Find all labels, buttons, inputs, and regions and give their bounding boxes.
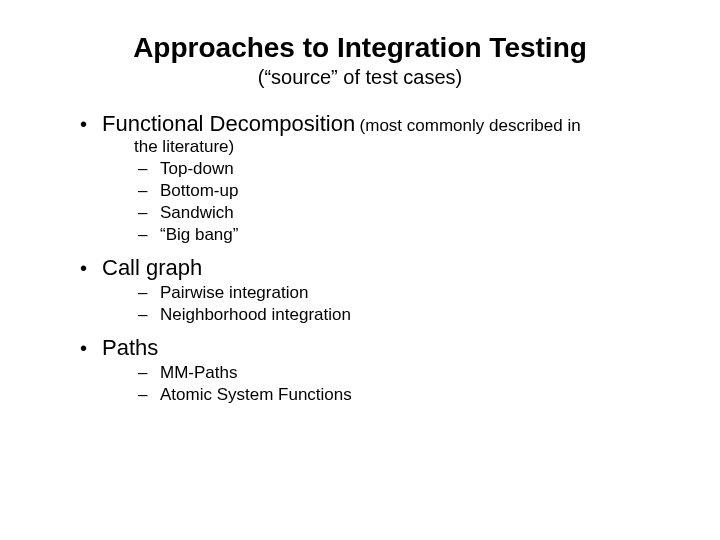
- sub-list: –Top-down –Bottom-up –Sandwich –“Big ban…: [80, 159, 672, 245]
- list-item: • Paths –MM-Paths –Atomic System Functio…: [80, 335, 672, 405]
- sub-item-label: Neighborhood integration: [160, 305, 351, 325]
- list-item-row: • Call graph: [80, 255, 672, 281]
- sub-list-item: –Pairwise integration: [138, 283, 672, 303]
- sub-list: –Pairwise integration –Neighborhood inte…: [80, 283, 672, 325]
- list-item-row: • Functional Decomposition (most commonl…: [80, 111, 672, 137]
- item-note: (most commonly described in: [360, 116, 581, 135]
- bullet-icon: •: [80, 258, 102, 278]
- dash-icon: –: [138, 225, 160, 245]
- bullet-icon: •: [80, 114, 102, 134]
- sub-item-label: Atomic System Functions: [160, 385, 352, 405]
- slide-title: Approaches to Integration Testing: [48, 32, 672, 64]
- sub-list-item: –“Big bang”: [138, 225, 672, 245]
- sub-list-item: –Top-down: [138, 159, 672, 179]
- dash-icon: –: [138, 203, 160, 223]
- slide-subtitle: (“source” of test cases): [48, 66, 672, 89]
- dash-icon: –: [138, 305, 160, 325]
- item-note-cont: the literature): [80, 137, 672, 157]
- sub-item-label: Sandwich: [160, 203, 234, 223]
- sub-list-item: –MM-Paths: [138, 363, 672, 383]
- sub-list-item: –Atomic System Functions: [138, 385, 672, 405]
- dash-icon: –: [138, 159, 160, 179]
- sub-item-label: Top-down: [160, 159, 234, 179]
- list-item-row: • Paths: [80, 335, 672, 361]
- sub-item-label: “Big bang”: [160, 225, 238, 245]
- sub-item-label: Bottom-up: [160, 181, 238, 201]
- sub-list-item: –Sandwich: [138, 203, 672, 223]
- bullet-icon: •: [80, 338, 102, 358]
- dash-icon: –: [138, 283, 160, 303]
- sub-list-item: –Bottom-up: [138, 181, 672, 201]
- list-item: • Call graph –Pairwise integration –Neig…: [80, 255, 672, 325]
- dash-icon: –: [138, 363, 160, 383]
- item-label: Paths: [102, 335, 158, 361]
- slide: Approaches to Integration Testing (“sour…: [0, 0, 720, 439]
- dash-icon: –: [138, 181, 160, 201]
- bullet-list: • Functional Decomposition (most commonl…: [48, 111, 672, 405]
- sub-item-label: Pairwise integration: [160, 283, 308, 303]
- list-item: • Functional Decomposition (most commonl…: [80, 111, 672, 245]
- dash-icon: –: [138, 385, 160, 405]
- sub-list-item: –Neighborhood integration: [138, 305, 672, 325]
- item-label: Call graph: [102, 255, 202, 281]
- item-label: Functional Decomposition: [102, 111, 355, 136]
- sub-item-label: MM-Paths: [160, 363, 237, 383]
- sub-list: –MM-Paths –Atomic System Functions: [80, 363, 672, 405]
